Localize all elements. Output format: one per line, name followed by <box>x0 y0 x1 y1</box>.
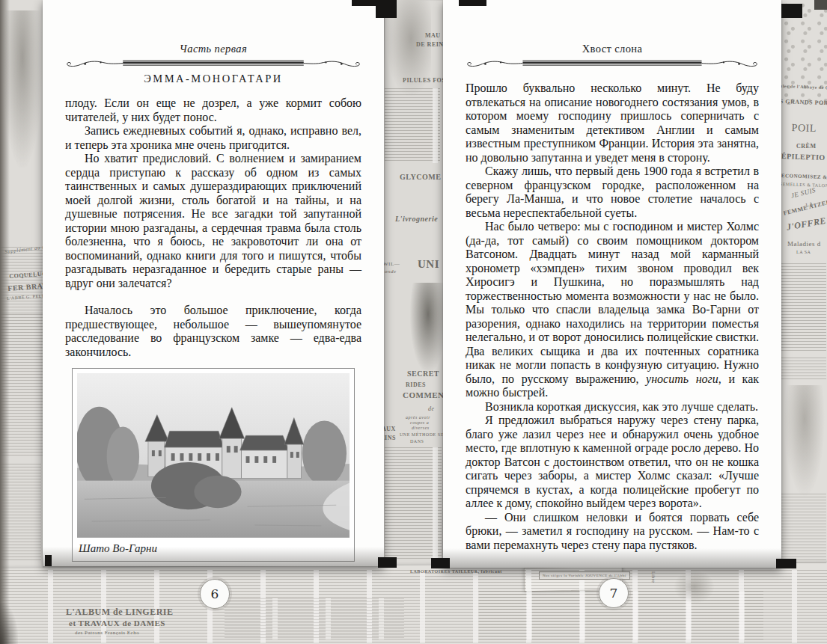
left-page-body: плоду. Если он еще не дозрел, а уже корм… <box>65 96 361 359</box>
newspaper-fragment: UNI <box>418 259 439 270</box>
figure-caption: Шато Во-Гарни <box>79 542 348 555</box>
newspaper-fragment: MAU <box>425 33 441 39</box>
newspaper-fragment: ÉPILEPTIO <box>781 153 826 162</box>
newspaper-fragment: après avoir <box>406 415 430 420</box>
newspaper-fragment: LABORATOIRES TAILLEUR, fabricant <box>410 569 502 574</box>
paragraph: Я предложил выбраться наружу через стену… <box>466 414 759 511</box>
newspaper-fragment: LA SA <box>796 250 811 254</box>
left-page[interactable]: Часть первая <box>43 0 384 566</box>
paragraph: Началось это большое приключение, когда … <box>65 304 361 359</box>
newspaper-fragment: diverses <box>412 426 430 430</box>
newspaper-fragment: L'ivrognerie <box>395 215 438 223</box>
book-spread-view: Supplément au n°COQUELUCHEFER BRAVAISL'A… <box>0 0 827 644</box>
page-corner-tab <box>459 0 486 6</box>
chateau-photo <box>77 373 350 538</box>
right-page[interactable]: Хвост слона <box>443 0 781 568</box>
page-number-value: 6 <box>211 586 219 601</box>
newspaper-fragment: Maladies d <box>787 241 821 248</box>
page-number-left: 6 <box>200 579 230 609</box>
paragraph: Скажу лишь, что первый день 1900 года я … <box>466 165 759 220</box>
page-corner-tab <box>431 558 450 568</box>
newspaper-fragment: RIDES <box>406 382 426 388</box>
chapter-title: ЭММА-МОНОГАТАРИ <box>65 73 361 85</box>
page-corner-tab <box>378 557 397 568</box>
page-corner-tab <box>776 559 796 568</box>
ornamental-divider <box>466 57 759 70</box>
fashion-figure-illustration <box>784 385 825 497</box>
newspaper-fragment: PILULES FOS <box>403 78 445 84</box>
newspaper-fragment: CRÈM <box>796 144 816 150</box>
chateau-figure: Шато Во-Гарни <box>72 368 355 562</box>
newspaper-fragment: UNE MÉTHODE SIM <box>400 432 447 437</box>
newspaper-fragment: onde <box>385 269 397 275</box>
page-number-value: 7 <box>610 586 618 601</box>
paragraph: Возникла короткая дискуссия, как это луч… <box>466 400 759 414</box>
right-page-body: Прошло буквально несколько минут. Не буд… <box>466 82 759 552</box>
newspaper-fragment: SECRET <box>407 370 439 378</box>
paragraph: Но хватит предисловий. С волнением и зам… <box>65 152 361 290</box>
page-corner-tab <box>781 4 802 18</box>
paragraph: — Они слишком неловки и боятся порвать с… <box>466 511 759 553</box>
page-number-right: 7 <box>599 578 629 608</box>
newspaper-fragment: POIL <box>792 123 817 134</box>
paragraph: плоду. Если он еще не дозрел, а уже корм… <box>65 96 361 124</box>
newspaper-fragment: Libre <box>651 571 656 583</box>
newspaper-fragment: et TRAVAUX de DAMES <box>69 619 165 628</box>
newspaper-fragment: DANS <box>410 439 424 444</box>
newspaper-fragment: de <box>428 406 435 412</box>
newspaper-fragment: WIL— <box>383 262 400 267</box>
running-head: Часть первая <box>65 43 361 85</box>
newspaper-fragment: L'ALBUM de LINGERIE <box>66 607 174 616</box>
paragraph: Прошло буквально несколько минут. Не буд… <box>466 82 759 165</box>
part-title: Часть первая <box>65 43 361 55</box>
newspaper-fragment: des Patrons Français Echo <box>75 631 139 636</box>
chapter-title: Хвост слона <box>466 43 759 55</box>
shoe-illustration <box>674 570 715 604</box>
paragraph: Запись ежедневных событий я, однако, исп… <box>65 124 361 152</box>
ornamental-divider <box>65 57 361 70</box>
page-corner-tab <box>45 555 52 566</box>
paragraph: Нас было четверо: мы с господином и мист… <box>466 220 759 400</box>
animal-illustration <box>410 283 446 372</box>
running-head: Хвост слона <box>466 43 759 70</box>
newspaper-fragment: GLYCOME <box>400 174 441 181</box>
page-corner-tab <box>376 4 397 18</box>
newspaper-fragment: coupes a <box>410 420 429 425</box>
